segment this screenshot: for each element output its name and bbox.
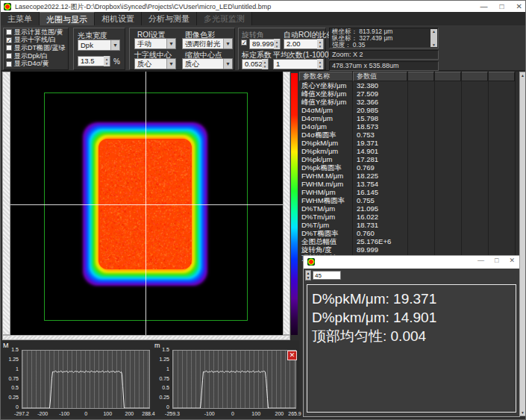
results-float-window[interactable]: — □ ✕ ▲▼ 45 D%pkM/μm: 19.371 D%pkm/μm: 1… [303,255,520,417]
table-row[interactable]: D%pkm/μm14.901 [299,147,519,155]
table-header-empty[interactable] [434,72,461,81]
tab-camera-settings[interactable]: 相机设置 [95,12,142,25]
tab-aperture-display[interactable]: 光圈与显示 [40,12,95,25]
table-row[interactable]: D%T椭圆率0.760 [299,229,519,237]
plot-close-icon[interactable]: ✕ [287,351,297,360]
table-row[interactable]: 质心Y坐标/μm32.380 [299,81,519,90]
maximize-icon[interactable]: □ [500,1,504,12]
table-header-empty[interactable] [407,72,434,81]
x-tick-label: 0 [84,411,87,416]
crosshair-center-combo[interactable]: 质心 [134,58,176,69]
table-row[interactable]: FWHM.m/μm13.754 [299,180,519,188]
table-row[interactable]: FWHM.M/μm18.225 [299,172,519,180]
minimize-icon[interactable]: — [478,257,484,264]
x-tick-label: -100 [204,411,215,416]
window-title: Lasecope2022.12-图片-D:\Dropbox\iSynced\Pr… [15,2,271,12]
table-row[interactable]: 旋转角/度89.999 [299,245,519,254]
tab-analysis-measure[interactable]: 分析与测量 [142,12,197,25]
auto-roi-spinner[interactable]: 2.00 [284,39,324,49]
table-row[interactable]: D4σ椭圆率0.753 [299,131,519,139]
close-icon[interactable]: ✕ [509,257,515,264]
param-value: 0.760 [353,229,407,237]
param-value: 32.380 [353,81,407,90]
y-tick-label: 1 [2,366,19,372]
readout-scrollbar[interactable] [430,29,437,47]
avg-count-spinner[interactable]: 1 [273,59,324,69]
checkbox-show-d4sigma[interactable]: 显示D4σ/黄 [6,60,68,68]
image-bottom-scrollbar[interactable] [2,335,290,340]
table-row[interactable]: 峰值X坐标/μm27.509 [299,90,519,98]
table-row[interactable]: D%pk椭圆率0.769 [299,163,519,172]
table-row[interactable]: D4σM/μm20.985 [299,106,519,114]
param-value: 0.753 [353,131,407,139]
table-row[interactable]: FWHM椭圆率0.755 [299,196,519,204]
table-row[interactable]: D%T/μm18.731 [299,221,519,229]
checkbox-icon[interactable] [6,53,12,59]
plot-area-m[interactable] [172,350,296,409]
zoom-center-combo[interactable]: 质心 [182,58,233,69]
tab-multispot-monitor: 多光斑监测 [197,12,252,25]
font-size-stepper[interactable]: ▲▼ [305,270,311,280]
calibration-group: 旋转角 ✓ 89.999 自动ROI的比例 2.00 标定系数 0.052 平均… [238,28,326,70]
param-name: D%TM/μm [299,204,353,213]
table-header-value[interactable]: 参数值 [353,72,407,81]
maximize-icon[interactable]: □ [495,257,498,264]
param-name: 全图总幅值 [299,237,353,245]
image-right-scrollbar[interactable] [283,72,290,335]
plot-area-M[interactable] [22,350,150,409]
param-name: FWHM.m/μm [299,180,353,188]
beam-width-spinner[interactable]: 13.5 [78,56,110,66]
table-row[interactable]: 峰值Y坐标/μm32.366 [299,98,519,106]
checkbox-icon[interactable] [6,61,12,67]
image-color-combo[interactable]: 强调衍射光 [182,38,233,49]
beam-width-combo[interactable]: Dpk [78,40,120,51]
zoom-level-text: Zoom: X 2 [330,51,438,59]
title-bar[interactable]: Lasecope2022.12-图片-D:\Dropbox\iSynced\Pr… [1,1,526,12]
param-name: D%T/μm [299,221,353,229]
beam-heatmap-canvas[interactable] [10,72,283,335]
y-tick-label: 0.25 [2,395,19,400]
table-row[interactable]: D%Tm/μm16.022 [299,213,519,221]
table-row[interactable]: D4σ/μm18.573 [299,122,519,131]
table-row[interactable]: D%pkM/μm19.371 [299,139,519,147]
table-header-row: 参数名称 参数值 [299,72,519,81]
cursor-intensity-readout: 强度： 0.35 [330,42,438,48]
y-tick-label: 1.5 [153,347,169,352]
checkbox-icon[interactable]: ✓ [6,37,12,43]
param-value: 27.509 [353,90,407,98]
checkbox-icon[interactable] [6,29,12,35]
param-value: 25.176E+6 [353,237,407,245]
table-row[interactable]: D%pk/μm17.281 [299,155,519,163]
table-row[interactable]: D4σm/μm15.798 [299,114,519,122]
y-tick-label: 0 [153,404,169,410]
table-row[interactable]: FWHM/μm16.145 [299,188,519,196]
table-header-name[interactable]: 参数名称 [299,72,353,81]
param-value: 18.731 [353,221,407,229]
table-row[interactable]: D%TM/μm21.095 [299,204,519,213]
table-scrollbar[interactable] [519,72,526,416]
checkbox-icon[interactable] [6,45,12,51]
minimize-icon[interactable]: — [480,1,488,12]
float-title-bar[interactable]: — □ ✕ [304,256,519,269]
font-size-input[interactable]: 45 [313,271,341,280]
float-toolbar: ▲▼ 45 [304,269,519,283]
param-value: 19.371 [353,139,407,147]
table-header-empty[interactable] [488,72,515,81]
percent-label: % [113,57,120,66]
rotation-spinner[interactable]: 89.999 [249,39,281,49]
image-size-text: 478.37um x 535.88um [330,62,438,70]
close-icon[interactable]: ✕ [516,1,522,12]
beam-image-display[interactable] [10,72,283,335]
x-tick-label: -297.2 [14,411,29,416]
beam-width-group: 光束宽度 Dpk 13.5 % [73,28,125,70]
calib-coef-spinner[interactable]: 0.052 [242,59,269,69]
y-tick-label: 0 [2,404,19,410]
image-left-scrollbar[interactable] [2,72,10,335]
table-header-empty[interactable] [461,72,488,81]
table-row[interactable]: 全图总幅值25.176E+6 [299,237,519,245]
param-name: FWHM/μm [299,188,353,196]
roi-mode-combo[interactable]: 手动 [134,38,176,49]
rotation-checkbox-icon[interactable]: ✓ [241,40,247,46]
tab-main-menu[interactable]: 主菜单 [1,12,40,25]
result-uniformity: 顶部均匀性: 0.004 [307,327,516,345]
